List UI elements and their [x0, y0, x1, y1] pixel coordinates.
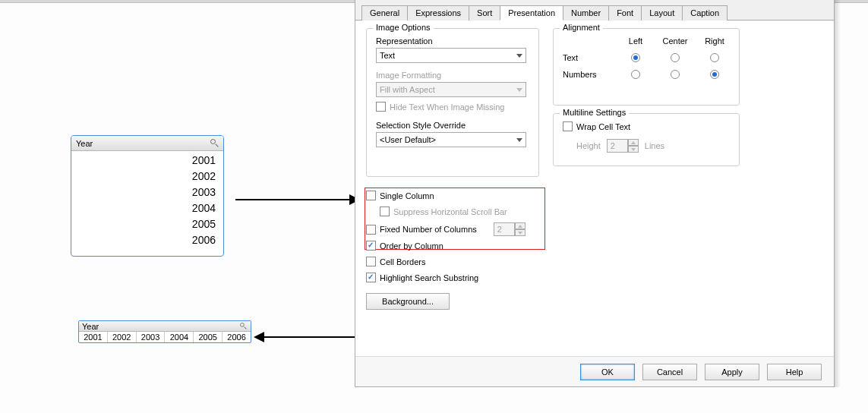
hide-text-missing-checkbox: Hide Text When Image Missing [376, 102, 504, 112]
list-item[interactable]: 2004 [165, 332, 194, 342]
alignment-group: Alignment Left Center Right Text Numbers [553, 28, 740, 106]
select-value: Fill with Aspect [380, 85, 435, 94]
ok-button[interactable]: OK [580, 364, 635, 380]
numbers-align-center-radio[interactable] [671, 70, 680, 79]
properties-dialog: General Expressions Sort Presentation Nu… [355, 0, 835, 387]
checkbox-label: Single Column [380, 191, 434, 200]
single-column-checkbox[interactable]: Single Column [366, 191, 434, 200]
checkbox-label: Hide Text When Image Missing [390, 102, 504, 112]
text-align-right-radio[interactable] [710, 53, 719, 62]
lines-label: Lines [645, 141, 664, 150]
dialog-button-bar: OK Cancel Apply Help [355, 356, 834, 386]
numbers-align-left-radio[interactable] [631, 70, 640, 79]
arrow-head-icon [254, 332, 264, 342]
tab-number[interactable]: Number [563, 5, 609, 20]
tab-presentation[interactable]: Presentation [500, 5, 563, 20]
tab-layout[interactable]: Layout [641, 5, 683, 20]
checkbox-label: Fixed Number of Columns [380, 225, 477, 234]
list-item[interactable]: 2003 [137, 332, 166, 342]
listbox-header: Year [79, 321, 251, 332]
numbers-align-right-radio[interactable] [710, 70, 719, 79]
spinner-up-button [628, 139, 639, 146]
list-item[interactable]: 2003 [71, 184, 216, 200]
annotation-arrow [235, 199, 349, 200]
text-align-left-radio[interactable] [631, 53, 640, 62]
text-align-center-radio[interactable] [671, 53, 680, 62]
list-item[interactable]: 2004 [71, 200, 216, 216]
checkbox-label: Order by Column [380, 241, 443, 251]
background-button[interactable]: Background... [366, 293, 450, 310]
apply-button[interactable]: Apply [705, 364, 759, 380]
listbox-header: Year [71, 136, 223, 151]
checkbox-label: Highlight Search Substring [380, 273, 478, 282]
list-item[interactable]: 2001 [71, 153, 216, 169]
image-options-group: Image Options Representation Text Image … [366, 28, 539, 177]
align-text-row-label: Text [563, 53, 578, 62]
align-numbers-row-label: Numbers [563, 70, 597, 79]
tab-font[interactable]: Font [608, 5, 642, 20]
multiline-group: Multiline Settings Wrap Cell Text Height… [553, 113, 740, 166]
tab-general[interactable]: General [361, 5, 408, 20]
representation-select[interactable]: Text [376, 48, 526, 63]
height-label: Height [576, 141, 601, 150]
select-value: <User Default> [380, 135, 436, 144]
list-item[interactable]: 2002 [71, 169, 216, 184]
align-left-label: Left [629, 36, 642, 46]
list-item[interactable]: 2005 [194, 332, 223, 342]
list-item[interactable]: 2006 [71, 232, 216, 248]
chevron-down-icon [516, 88, 522, 92]
chevron-down-icon [516, 54, 522, 58]
spinner-up-button [515, 222, 526, 229]
group-title: Alignment [560, 23, 603, 32]
tab-bar: General Expressions Sort Presentation Nu… [355, 0, 834, 20]
highlight-search-checkbox[interactable]: ✓ Highlight Search Substring [366, 273, 478, 282]
selection-style-label: Selection Style Override [376, 121, 529, 130]
year-items-horizontal: 2001 2002 2003 2004 2005 2006 [79, 332, 251, 342]
align-right-label: Right [705, 36, 724, 46]
year-listbox-horizontal[interactable]: Year 2001 2002 2003 2004 2005 2006 [78, 320, 251, 343]
spinner-down-button [515, 229, 526, 236]
wrap-cell-text-checkbox[interactable]: Wrap Cell Text [563, 121, 630, 131]
list-item[interactable]: 2005 [71, 216, 216, 232]
year-items-vertical: 2001 2002 2003 2004 2005 2006 [71, 151, 223, 250]
select-value: Text [380, 51, 395, 60]
spinner-value: 2 [607, 139, 628, 153]
listbox-title: Year [76, 139, 93, 148]
checkbox-label: Cell Borders [380, 257, 426, 266]
presentation-panel: Image Options Representation Text Image … [355, 20, 834, 347]
search-icon[interactable] [210, 139, 219, 147]
list-item[interactable]: 2002 [108, 332, 137, 342]
image-formatting-label: Image Formatting [376, 71, 529, 80]
group-title: Multiline Settings [560, 108, 629, 117]
tab-caption[interactable]: Caption [682, 5, 728, 20]
tab-sort[interactable]: Sort [469, 5, 500, 20]
suppress-hscroll-checkbox: Suppress Horizontal Scroll Bar [380, 206, 507, 216]
image-formatting-select: Fill with Aspect [376, 82, 526, 97]
height-spinner: 2 [607, 139, 639, 153]
chevron-down-icon [516, 138, 522, 142]
order-by-column-checkbox[interactable]: ✓ Order by Column [366, 241, 443, 251]
spinner-down-button [628, 146, 639, 153]
year-listbox-vertical[interactable]: Year 2001 2002 2003 2004 2005 2006 [71, 135, 224, 257]
list-item[interactable]: 2006 [223, 332, 251, 342]
fixed-columns-checkbox[interactable]: Fixed Number of Columns [366, 225, 477, 235]
dialog-shadow [835, 0, 841, 387]
spinner-value: 2 [494, 222, 515, 236]
search-icon[interactable] [240, 323, 247, 329]
listbox-title: Year [82, 322, 99, 331]
list-item[interactable]: 2001 [79, 332, 108, 342]
fixed-columns-spinner: 2 [494, 222, 526, 236]
checkbox-label: Wrap Cell Text [576, 122, 630, 131]
cell-borders-checkbox[interactable]: Cell Borders [366, 257, 426, 266]
help-button[interactable]: Help [767, 364, 822, 380]
tab-expressions[interactable]: Expressions [407, 5, 469, 20]
representation-label: Representation [376, 36, 529, 46]
column-options: Single Column Suppress Horizontal Scroll… [366, 186, 550, 310]
selection-style-select[interactable]: <User Default> [376, 132, 526, 147]
group-title: Image Options [373, 23, 434, 32]
cancel-button[interactable]: Cancel [642, 364, 697, 380]
annotation-arrow [264, 336, 361, 338]
checkbox-label: Suppress Horizontal Scroll Bar [393, 207, 507, 216]
align-center-label: Center [662, 36, 687, 46]
